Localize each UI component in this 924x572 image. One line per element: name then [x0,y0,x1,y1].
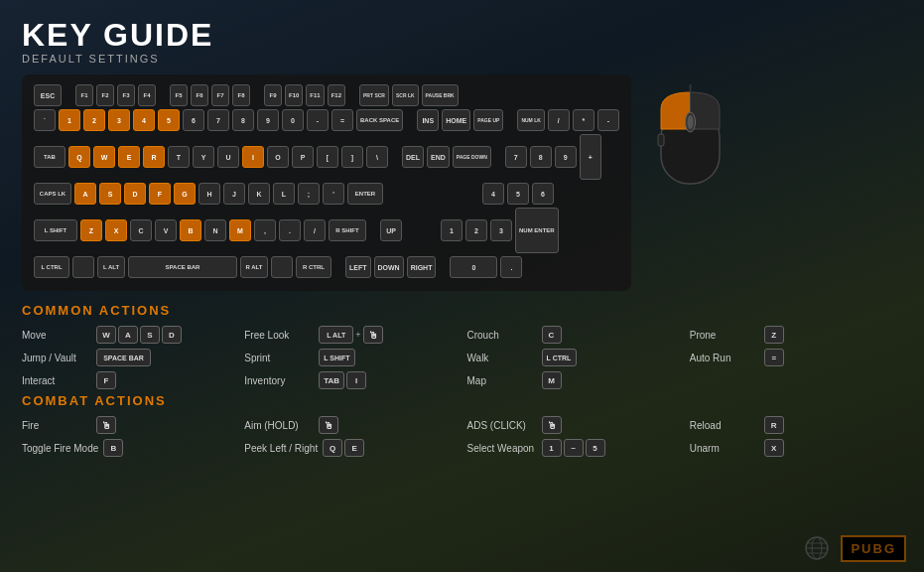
action-peek: Peek Left / Right Q E [244,439,457,457]
key-pause: PAUSE BRK [422,84,459,106]
action-walk-label: Walk [467,353,537,363]
key-8: 8 [232,109,254,131]
page-title: KEY GUIDE [22,18,902,53]
key-num2: 2 [465,219,487,241]
key-num0: 0 [450,256,497,278]
action-crouch-label: Crouch [467,330,537,341]
key-n: N [204,219,226,241]
mouse-illustration [653,84,727,194]
key-f8: F8 [232,84,250,106]
key-f3: F3 [117,84,135,106]
key-f9: F9 [264,84,282,106]
key-rctrl: R CTRL [296,256,331,278]
key-y: Y [193,146,214,168]
key-num6: 6 [532,183,554,205]
action-aim: Aim (HOLD) 🖱 [244,416,457,434]
key-del: DEL [402,146,424,168]
action-autorun-label: Auto Run [690,353,759,363]
key-slash: / [304,219,326,241]
action-jump-label: Jump / Vault [22,353,91,363]
action-peek-label: Peek Left / Right [244,443,318,454]
key-tilde-weapon: ~ [564,439,584,457]
action-prone-keys: Z [764,326,784,344]
key-rbracket: ] [341,146,363,168]
key-numslash: / [548,109,570,131]
key-1: 1 [59,109,80,131]
common-actions-title: COMMON ACTIONS [22,303,902,318]
key-t: T [168,146,190,168]
key-lmb-fire: 🖱 [96,416,116,434]
key-f7: F7 [211,84,229,106]
key-esc: ESC [34,84,62,106]
key-num5: 5 [507,183,529,205]
key-x-action: X [764,439,784,457]
action-inventory-label: Inventory [244,375,314,386]
key-lbracket: [ [317,146,338,168]
key-a-action: A [118,326,138,344]
key-m: M [229,219,251,241]
key-d: D [124,183,146,205]
key-p: P [292,146,314,168]
key-i: I [242,146,264,168]
key-7: 7 [207,109,229,131]
key-r-action: R [764,416,784,434]
key-tab-action: TAB [319,371,344,389]
action-jump: Jump / Vault SPACE BAR [22,349,234,366]
key-lshift: L SHIFT [34,219,77,241]
key-5: 5 [158,109,180,131]
key-numminus: - [597,109,619,131]
key-1-weapon: 1 [542,439,562,457]
combat-actions-title: COMBAT ACTIONS [22,393,902,408]
key-w: W [93,146,115,168]
key-lalt: L ALT [97,256,125,278]
key-lctrl: L CTRL [34,256,69,278]
key-g: G [174,183,196,205]
key-down: DOWN [374,256,404,278]
key-up: UP [380,219,402,241]
title-block: KEY GUIDE DEFAULT SETTINGS [22,18,902,65]
key-numlk: NUM LK [517,109,544,131]
key-s-action: S [140,326,160,344]
key-u: U [217,146,239,168]
key-f12: F12 [328,84,345,106]
action-prone-label: Prone [690,330,759,341]
key-lctrl-action: L CTRL [542,349,577,366]
action-walk-keys: L CTRL [542,349,577,366]
key-backspace: BACK SPACE [356,109,403,131]
key-l: L [273,183,295,205]
key-z-action: Z [764,326,784,344]
action-freelook: Free Look L ALT + 🖱 [244,326,457,344]
key-3: 3 [108,109,130,131]
action-move-label: Move [22,330,91,341]
action-jump-keys: SPACE BAR [96,349,151,366]
key-0: 0 [282,109,304,131]
svg-rect-3 [658,134,664,146]
common-actions-grid: Move W A S D Free Look L ALT + 🖱 Crouch … [22,326,902,389]
key-6: 6 [183,109,204,131]
action-fire: Fire 🖱 [22,416,234,434]
key-x: X [105,219,127,241]
key-d-action: D [162,326,182,344]
key-lshift-action: L SHIFT [319,349,354,366]
key-quote: ' [323,183,344,205]
combat-actions-grid: Fire 🖱 Aim (HOLD) 🖱 ADS (CLICK) 🖱 Reload… [22,416,902,457]
key-num7: 7 [505,146,527,168]
key-f11: F11 [306,84,324,106]
action-move: Move W A S D [22,326,234,344]
key-f6: F6 [191,84,208,106]
action-aim-label: Aim (HOLD) [244,420,314,431]
action-ads: ADS (CLICK) 🖱 [467,416,680,434]
key-pgdn: PAGE DOWN [453,146,491,168]
key-ins: INS [417,109,439,131]
key-rmb-ads: 🖱 [542,416,562,434]
key-num9: 9 [555,146,577,168]
key-9: 9 [257,109,279,131]
key-f4: F4 [138,84,156,106]
key-h: H [198,183,220,205]
key-period: . [279,219,301,241]
key-f: F [149,183,171,205]
empty-slot [690,371,902,389]
action-reload: Reload R [690,416,902,434]
action-crouch: Crouch C [467,326,680,344]
key-right: RIGHT [407,256,437,278]
